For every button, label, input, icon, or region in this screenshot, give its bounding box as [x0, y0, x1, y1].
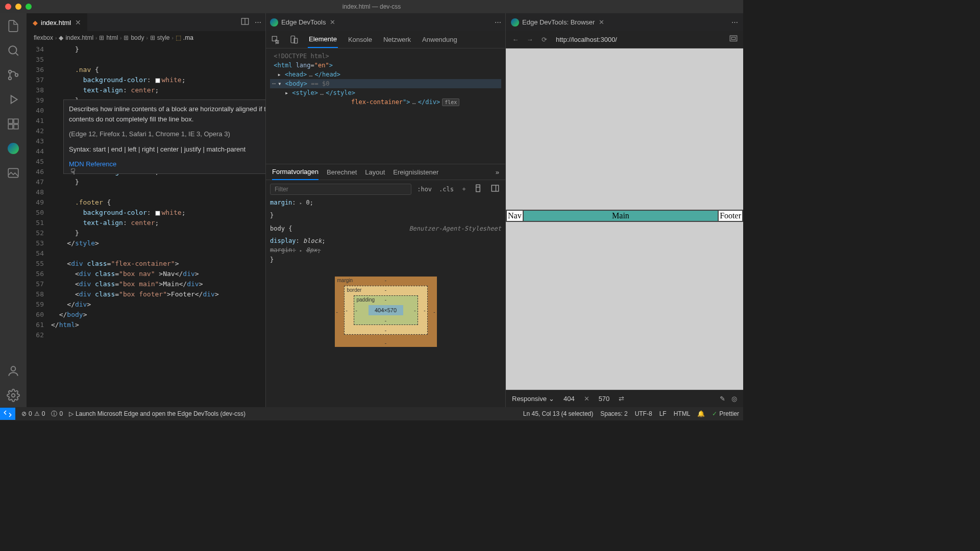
new-style-icon[interactable]: ＋	[459, 184, 469, 194]
computed-icon[interactable]	[473, 183, 485, 195]
target-icon[interactable]: ◎	[731, 395, 737, 403]
close-icon[interactable]: ✕	[599, 18, 604, 26]
svg-point-11	[11, 366, 16, 371]
image-icon[interactable]	[7, 166, 20, 180]
tab-application[interactable]: Anwendung	[421, 32, 458, 47]
run-debug-icon[interactable]	[7, 93, 20, 106]
svg-rect-6	[8, 119, 13, 123]
tab-layout[interactable]: Layout	[365, 165, 385, 180]
language-mode[interactable]: HTML	[674, 410, 691, 417]
viewport-height[interactable]: 570	[597, 395, 612, 403]
indentation[interactable]: Spaces: 2	[600, 410, 627, 417]
devtools-panel-tabs: Elemente Konsole Netzwerk Anwendung	[266, 31, 505, 48]
editor-tab-bar: ◆ index.html ✕ ⋯	[27, 13, 265, 31]
window-title: index.html — dev-css	[342, 3, 401, 10]
preview-main-box: Main	[523, 210, 719, 221]
close-icon[interactable]: ✕	[75, 18, 81, 27]
bell-icon[interactable]: 🔔	[697, 410, 705, 417]
svg-rect-8	[8, 124, 13, 129]
svg-rect-9	[14, 124, 18, 129]
explorer-icon[interactable]	[7, 19, 20, 33]
tab-elements[interactable]: Elemente	[308, 31, 338, 48]
tab-event-listeners[interactable]: Ereignislistener	[393, 165, 438, 180]
encoding[interactable]: UTF-8	[635, 410, 652, 417]
tab-network[interactable]: Netzwerk	[382, 32, 412, 47]
tab-label: index.html	[41, 19, 71, 27]
rendered-page: Nav Main Footer	[506, 210, 743, 222]
back-icon[interactable]: ←	[511, 36, 520, 43]
svg-rect-7	[14, 119, 18, 123]
hov-toggle[interactable]: :hov	[415, 185, 433, 193]
close-icon[interactable]	[5, 4, 11, 10]
preview-nav-box: Nav	[506, 210, 523, 221]
eol[interactable]: LF	[659, 410, 667, 417]
hover-tooltip: Describes how inline contents of a block…	[63, 99, 265, 174]
remote-indicator[interactable]	[0, 408, 15, 420]
line-gutter: 3435363738394041424344454647484950515253…	[27, 44, 51, 407]
tab-styles[interactable]: Formatvorlagen	[272, 164, 318, 180]
window-controls	[0, 4, 32, 10]
devtools-tab-bar: Edge DevTools ✕ ⋯	[266, 13, 505, 31]
search-icon[interactable]	[7, 44, 20, 57]
more-icon[interactable]: ⋯	[731, 18, 738, 26]
svg-point-3	[9, 77, 11, 80]
panel-icon[interactable]	[489, 183, 501, 195]
info-indicator[interactable]: ⓘ 0	[51, 410, 63, 418]
inspect-icon[interactable]	[271, 35, 280, 44]
source-control-icon[interactable]	[7, 68, 20, 82]
tab-edge-devtools[interactable]: Edge DevTools ✕	[270, 18, 335, 27]
status-bar: ⊘ 0 ⚠ 0 ⓘ 0 ▷ Launch Microsoft Edge and …	[0, 407, 743, 420]
svg-rect-20	[492, 185, 499, 191]
extensions-icon[interactable]	[7, 117, 20, 131]
close-icon[interactable]: ✕	[330, 18, 335, 26]
more-icon[interactable]: ⋯	[255, 18, 261, 26]
styles-filter-input[interactable]	[270, 184, 411, 195]
styles-toolbar: :hov .cls ＋	[266, 180, 505, 198]
device-dropdown[interactable]: Responsive ⌄	[512, 395, 554, 403]
address-bar[interactable]: http://localhost:3000/	[554, 35, 724, 44]
tab-computed[interactable]: Berechnet	[327, 165, 357, 180]
forward-icon[interactable]: →	[525, 36, 534, 43]
tab-browser[interactable]: Edge DevTools: Browser ✕	[511, 18, 604, 27]
preview-viewport[interactable]: Nav Main Footer	[506, 48, 743, 390]
svg-rect-10	[8, 168, 18, 177]
svg-rect-18	[476, 185, 480, 192]
device-icon[interactable]	[289, 35, 299, 44]
devtools-panel: Edge DevTools ✕ ⋯ Elemente Konsole Netzw…	[265, 13, 505, 407]
mdn-reference-link[interactable]: MDN Reference	[69, 160, 116, 168]
edge-tools-icon[interactable]	[7, 142, 20, 155]
errors-indicator[interactable]: ⊘ 0 ⚠ 0	[21, 410, 45, 417]
flex-badge[interactable]: flex	[442, 98, 459, 106]
code-content[interactable]: } .nav { background-color: white; text-a…	[51, 44, 265, 407]
styles-sub-tabs: Formatvorlagen Berechnet Layout Ereignis…	[266, 164, 505, 180]
settings-gear-icon[interactable]	[7, 389, 20, 402]
viewport-width[interactable]: 404	[561, 395, 577, 403]
minimize-icon[interactable]	[15, 4, 21, 10]
svg-rect-22	[730, 36, 737, 41]
html-file-icon: ◆	[59, 34, 63, 41]
split-editor-icon[interactable]	[240, 17, 250, 28]
cls-toggle[interactable]: .cls	[437, 185, 455, 193]
svg-point-0	[9, 46, 16, 54]
screencast-icon[interactable]	[729, 34, 738, 45]
prettier-status[interactable]: ✓ Prettier	[712, 410, 739, 417]
html-file-icon: ◆	[33, 19, 38, 27]
reload-icon[interactable]: ⟳	[540, 36, 549, 43]
rotate-icon[interactable]: ⇄	[619, 395, 624, 403]
preview-footer-box: Footer	[718, 210, 743, 221]
launch-edge-button[interactable]: ▷ Launch Microsoft Edge and open the Edg…	[69, 410, 246, 417]
svg-rect-23	[731, 37, 736, 40]
more-icon[interactable]: ⋯	[495, 18, 501, 26]
breadcrumb[interactable]: flexbox› ◆index.html› ⊞html› ⊞body› ⊞sty…	[27, 31, 265, 44]
zoom-icon[interactable]	[26, 4, 32, 10]
device-emulation-bar: Responsive ⌄ 404 ✕ 570 ⇄ ✎ ◎	[506, 390, 743, 407]
tab-index-html[interactable]: ◆ index.html ✕	[27, 13, 87, 31]
tab-console[interactable]: Konsole	[347, 32, 373, 47]
chevron-right-icon[interactable]: »	[496, 168, 499, 176]
account-icon[interactable]	[7, 364, 20, 378]
dom-tree[interactable]: <!DOCTYPE html> <html lang="en"> ▸ <head…	[266, 48, 505, 164]
code-editor[interactable]: 3435363738394041424344454647484950515253…	[27, 44, 265, 407]
edit-icon[interactable]: ✎	[720, 395, 725, 403]
cursor-position[interactable]: Ln 45, Col 13 (4 selected)	[523, 410, 593, 417]
styles-rules[interactable]: margin: ▸ 0; } Benutzer-Agent-Stylesheet…	[266, 198, 505, 268]
